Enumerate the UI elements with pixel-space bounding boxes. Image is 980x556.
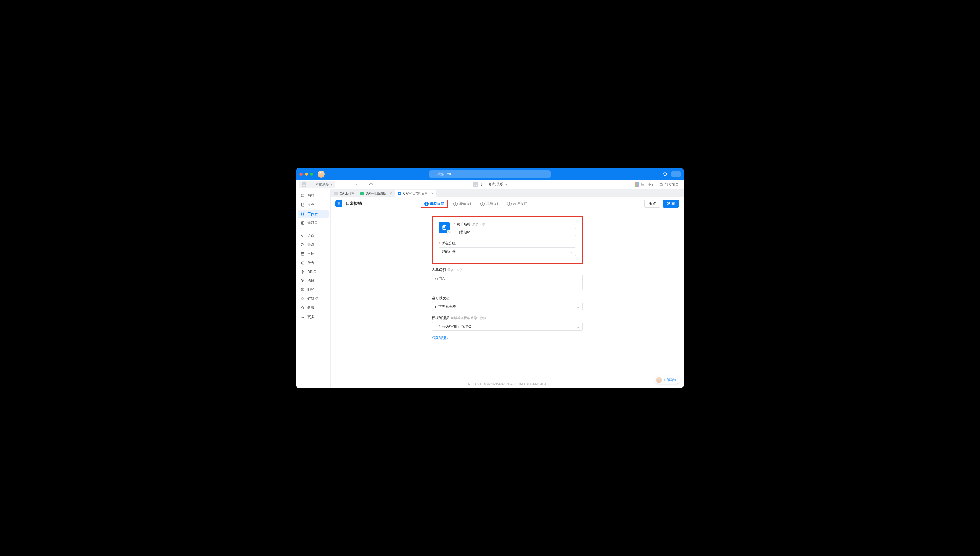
history-icon[interactable] — [661, 171, 669, 177]
form-body: ✎ * 表单名称 最多50字 — [331, 210, 684, 388]
svg-rect-7 — [303, 213, 304, 214]
step-label: 基础设置 — [430, 201, 444, 206]
svg-rect-24 — [336, 194, 337, 194]
popout-button[interactable]: 独立窗口 — [660, 182, 679, 187]
doc-icon — [301, 203, 305, 207]
sidebar-item-calendar[interactable]: 日历 — [298, 249, 329, 258]
sidebar-item-messages[interactable]: 消息 — [298, 191, 329, 200]
svg-rect-12 — [301, 252, 304, 255]
bolt-icon — [301, 270, 305, 274]
form-type-icon[interactable]: ✎ — [438, 222, 450, 233]
close-icon[interactable]: ✕ — [390, 192, 392, 196]
admin-select[interactable]: 「所有OA审批」管理员 ⌄ — [432, 322, 583, 331]
svg-point-0 — [433, 173, 435, 175]
calendar-icon — [301, 252, 305, 256]
contacts-icon — [301, 221, 305, 225]
close-icon[interactable]: ✕ — [431, 192, 434, 196]
titlebar: 搜索 (⌘F) — [296, 168, 684, 180]
refresh-button[interactable] — [369, 183, 373, 186]
maximize-window[interactable] — [310, 173, 314, 176]
svg-rect-8 — [301, 214, 302, 215]
sidebar-item-label: 待办 — [307, 260, 314, 265]
sidebar-item-label: 云盘 — [307, 242, 314, 247]
minimize-window[interactable] — [305, 173, 308, 176]
who-select[interactable]: 让世界充满爱 ⌄ — [432, 302, 583, 311]
new-button[interactable] — [671, 171, 681, 177]
cloud-icon — [301, 243, 305, 247]
step-label: 表单设计 — [459, 201, 473, 206]
header-actions: 预 览 发 布 — [644, 200, 679, 208]
permission-link[interactable]: 权限管理 › — [432, 336, 448, 341]
preview-button[interactable]: 预 览 — [644, 200, 660, 208]
svg-marker-15 — [301, 270, 304, 273]
sidebar-item-favorite[interactable]: 收藏 — [298, 304, 329, 312]
chevron-down-icon: ⌄ — [570, 250, 573, 254]
step-flow-design[interactable]: 3 流程设计 — [480, 200, 500, 207]
step-number: 3 — [480, 202, 485, 206]
sidebar-item-label: 消息 — [307, 193, 314, 198]
app-window: 搜索 (⌘F) 让世界充满爱 ▾ — [296, 168, 684, 388]
search-placeholder: 搜索 (⌘F) — [438, 172, 453, 176]
group-select[interactable]: 智能财务 ⌄ — [438, 247, 576, 256]
svg-rect-22 — [336, 193, 337, 193]
sidebar-item-ding[interactable]: DING — [298, 268, 329, 276]
app-center-button[interactable]: 应用中心 — [635, 182, 655, 187]
sidebar-item-dingda[interactable]: 钉钉搭 — [298, 294, 329, 303]
field-label: 表单说明 — [432, 268, 446, 272]
nav-forward[interactable] — [354, 183, 359, 186]
tab-oa-workbench[interactable]: OA 工作台 — [332, 190, 357, 197]
titlebar-actions — [661, 171, 681, 177]
sidebar-item-todo[interactable]: 待办 — [298, 259, 329, 267]
window-controls — [299, 173, 314, 176]
step-number: 1 — [424, 202, 429, 206]
sidebar-item-project[interactable]: 项目 — [298, 276, 329, 285]
workspace-icon — [302, 182, 306, 187]
field-label: 模板管理员 — [432, 316, 450, 320]
field-perm-link: 权限管理 › — [432, 336, 583, 341]
step-nav: 1 基础设置 2 表单设计 3 流程设计 4 高级设置 — [422, 200, 527, 207]
chevron-down-icon: ⌄ — [577, 325, 580, 328]
workspace-switcher[interactable]: 让世界充满爱 ▾ — [299, 181, 335, 188]
step-basic[interactable]: 1 基础设置 — [422, 200, 446, 207]
svg-rect-21 — [335, 193, 336, 193]
popout-label: 独立窗口 — [665, 182, 679, 187]
tab-oa-premium[interactable]: ✓ OA审批高级版 ✕ — [357, 190, 395, 197]
sidebar-item-workbench[interactable]: 工作台 — [298, 210, 329, 218]
svg-rect-6 — [301, 213, 302, 214]
sidebar-item-more[interactable]: ··· 更多 — [298, 313, 329, 321]
chevron-down-icon: ▾ — [505, 183, 507, 187]
field-hint: 最多100字 — [448, 268, 463, 272]
step-advanced[interactable]: 4 高级设置 — [507, 200, 527, 207]
sidebar: 消息 文档 工作台 通讯录 会议 云盘 — [296, 189, 331, 388]
app-center-icon — [635, 183, 639, 187]
svg-point-11 — [302, 223, 303, 223]
sidebar-item-contacts[interactable]: 通讯录 — [298, 219, 329, 228]
sidebar-item-label: 通讯录 — [307, 221, 318, 226]
global-search[interactable]: 搜索 (⌘F) — [429, 170, 551, 178]
step-form-design[interactable]: 2 表单设计 — [453, 200, 473, 207]
field-form-name: ✎ * 表单名称 最多50字 — [438, 222, 576, 236]
sidebar-item-mail[interactable]: 邮箱 — [298, 285, 329, 294]
sidebar-item-label: 收藏 — [307, 305, 314, 310]
mail-icon — [301, 288, 305, 291]
select-value: 智能财务 — [441, 249, 456, 254]
field-desc: 表单说明 最多100字 — [432, 268, 583, 291]
sidebar-item-label: 项目 — [307, 278, 314, 283]
todo-icon — [301, 261, 305, 265]
publish-button[interactable]: 发 布 — [663, 200, 679, 208]
svg-rect-14 — [301, 262, 304, 264]
close-window[interactable] — [299, 173, 302, 176]
sidebar-item-docs[interactable]: 文档 — [298, 200, 329, 209]
desc-textarea[interactable] — [432, 274, 583, 290]
sidebar-item-cloud[interactable]: 云盘 — [298, 240, 329, 249]
sidebar-item-label: 钉钉搭 — [307, 296, 318, 301]
highlighted-section: ✎ * 表单名称 最多50字 — [432, 216, 583, 264]
consult-button[interactable]: 立即咨询 — [655, 376, 680, 384]
sidebar-item-label: DING — [307, 270, 316, 274]
sidebar-item-meeting[interactable]: 会议 — [298, 231, 329, 240]
avatar[interactable] — [318, 171, 325, 178]
nav-back[interactable] — [345, 183, 349, 186]
sidebar-item-label: 邮箱 — [307, 287, 314, 292]
form-name-input[interactable] — [454, 228, 576, 236]
tab-oa-admin[interactable]: ✦ OA 审批管理后台 ✕ — [395, 190, 437, 197]
